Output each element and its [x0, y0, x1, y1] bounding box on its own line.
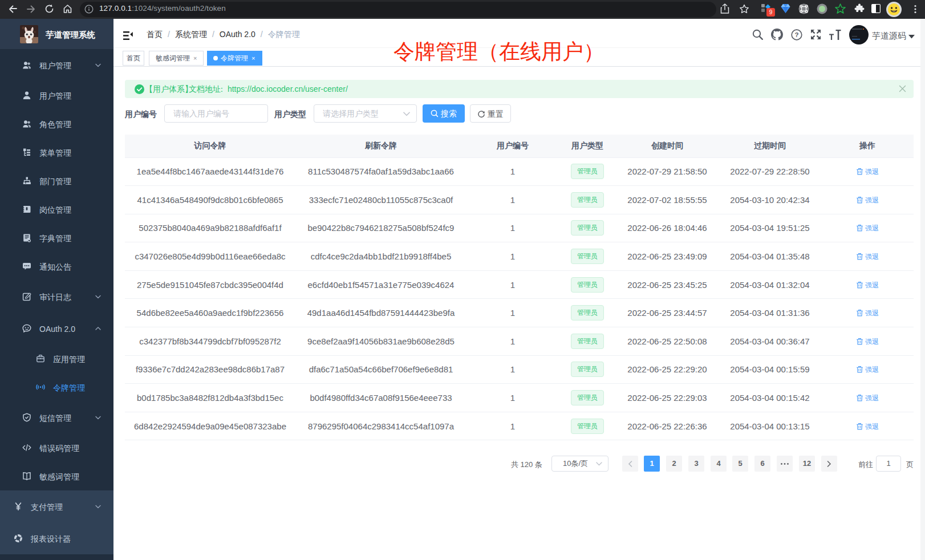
svg-text:?: ? — [794, 31, 798, 38]
